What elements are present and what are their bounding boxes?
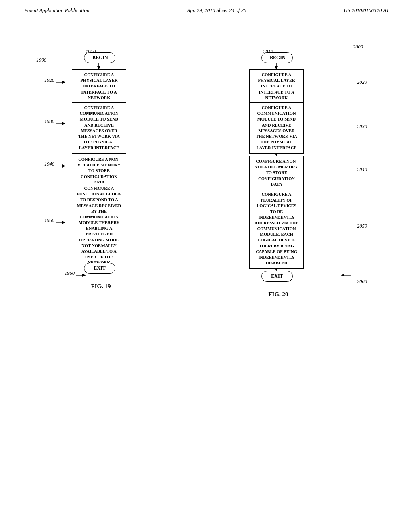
fig19-arrow-label-1920: [56, 79, 68, 85]
svg-marker-15: [62, 164, 65, 168]
begin-box-2010: BEGIN: [261, 52, 293, 63]
label-1960: 1960: [65, 270, 75, 276]
exit-box-2060: EXIT: [261, 271, 293, 282]
label-2060: 2060: [357, 278, 367, 285]
fig19-diagram: 1900 1910 BEGIN 1920 CONFIGURE A PHYSICA…: [24, 22, 194, 465]
svg-marker-1: [97, 66, 100, 69]
svg-marker-11: [62, 81, 65, 84]
fig20-title: FIG. 20: [250, 291, 307, 298]
label-1920: 1920: [44, 77, 54, 83]
header-right: US 2010/0106320 A1: [344, 7, 389, 14]
svg-marker-31: [341, 274, 344, 277]
fig19-arrow-label-1930: [56, 121, 68, 126]
label-2020: 2020: [357, 79, 367, 85]
box-1950: CONFIGURE A FUNCTIONAL BLOCK TO RESPOND …: [72, 183, 126, 268]
label-2050: 2050: [357, 223, 367, 229]
box-2050: CONFIGURE A PLURALITY OF LOGICAL DEVICES…: [249, 189, 304, 269]
svg-marker-13: [62, 122, 65, 125]
box-2020: CONFIGURE A PHYSICAL LAYER INTERFACE TO …: [249, 69, 304, 104]
fig20-arrow-label-2060: [339, 272, 351, 278]
fig19-arrow-label-1940: [56, 163, 68, 169]
fig20-diagram: 2000 2010 BEGIN 2020 CONFIGURE A PHYSICA…: [202, 22, 371, 505]
label-2040: 2040: [357, 167, 367, 173]
fig19-title: FIG. 19: [73, 283, 129, 290]
header-center: Apr. 29, 2010 Sheet 24 of 26: [187, 7, 246, 14]
label-2030: 2030: [357, 124, 367, 130]
box-1920: CONFIGURE A PHYSICAL LAYER INTERFACE TO …: [72, 69, 126, 104]
box-2030: CONFIGURE A COMMUNICATION MODULE TO SEND…: [249, 102, 304, 154]
begin-box-1910: BEGIN: [84, 52, 115, 63]
header-left: Patent Application Publication: [24, 7, 90, 14]
label-1930: 1930: [44, 118, 54, 125]
svg-marker-21: [275, 66, 278, 69]
fig19-number: 1900: [36, 57, 46, 63]
fig20-number: 2000: [353, 44, 363, 50]
main-content: 1900 1910 BEGIN 1920 CONFIGURE A PHYSICA…: [0, 18, 413, 505]
fig19-arrow-label-1960: [76, 272, 88, 278]
page-header: Patent Application Publication Apr. 29, …: [0, 0, 413, 18]
label-1940: 1940: [44, 161, 54, 167]
label-1950: 1950: [44, 218, 54, 224]
box-1930: CONFIGURE A COMMUNICATION MODULE TO SEND…: [72, 102, 126, 154]
box-2040: CONFIGURE A NON-VOLATILE MEMORY TO STORE…: [249, 156, 304, 190]
exit-box-1960: EXIT: [84, 263, 115, 274]
svg-marker-17: [62, 221, 65, 224]
svg-marker-19: [82, 274, 86, 277]
fig19-arrow-label-1950: [56, 220, 68, 225]
